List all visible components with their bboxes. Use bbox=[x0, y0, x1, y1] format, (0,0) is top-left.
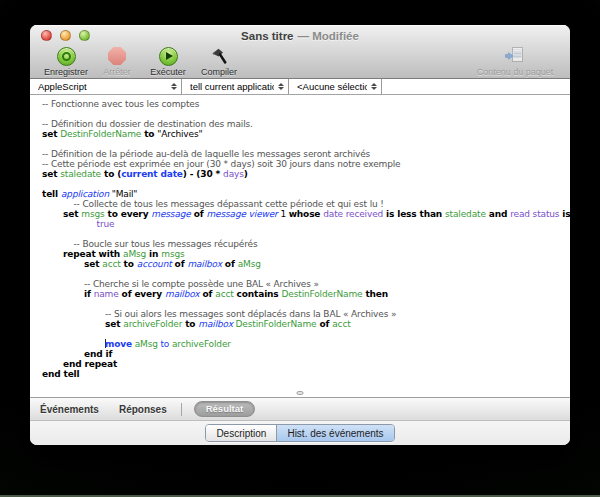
code-line: end tell bbox=[42, 369, 570, 379]
segment-description[interactable]: Description bbox=[206, 425, 277, 441]
titlebar[interactable]: Sans titre— Modifiée bbox=[30, 25, 570, 46]
code-token: current date bbox=[121, 169, 183, 179]
code-token: to bbox=[121, 259, 137, 269]
popup-stepper-icon bbox=[171, 83, 177, 90]
popup-stepper-icon bbox=[371, 83, 377, 90]
popup-stepper-icon bbox=[278, 83, 284, 90]
run-button-label: Exécuter bbox=[150, 67, 186, 77]
code-token: end repeat bbox=[63, 359, 117, 369]
record-icon bbox=[57, 46, 76, 66]
code-line bbox=[42, 179, 570, 189]
code-token: of bbox=[191, 209, 207, 219]
code-line: -- Si oui alors les messages sont déplac… bbox=[42, 309, 570, 319]
selection-popup[interactable]: <Aucune sélection> bbox=[289, 79, 382, 94]
code-token: is bbox=[559, 209, 570, 219]
code-token: mailbox bbox=[198, 319, 233, 329]
code-line bbox=[42, 269, 570, 279]
minimize-button[interactable] bbox=[60, 30, 71, 41]
zoom-button[interactable] bbox=[79, 30, 90, 41]
code-editor[interactable]: -- Fonctionne avec tous les comptes -- D… bbox=[30, 95, 570, 397]
code-token: aMsg bbox=[135, 339, 158, 349]
code-token: -- Définition de la période au-delà de l… bbox=[42, 149, 370, 159]
tab-replies[interactable]: Réponses bbox=[119, 404, 167, 415]
code-token: DestinFolderName bbox=[282, 289, 363, 299]
code-line: -- Définition du dossier de destination … bbox=[42, 119, 570, 129]
toolbar: Enregistrer Arrêter Exécuter Compiler bbox=[30, 46, 570, 78]
code-token: -- Si oui alors les messages sont déplac… bbox=[105, 309, 396, 319]
code-token: -- Cette période est exprimée en jour (3… bbox=[42, 159, 400, 169]
code-token: account bbox=[137, 259, 172, 269]
tab-events[interactable]: Événements bbox=[40, 404, 99, 415]
target-popup-value: tell current application bbox=[190, 81, 274, 92]
code-line: end repeat bbox=[42, 359, 570, 369]
result-tab-bar: Événements Réponses Résultat bbox=[30, 397, 570, 421]
code-line: tell application "Mail" bbox=[42, 189, 570, 199]
code-line: -- Fonctionne avec tous les comptes bbox=[42, 99, 570, 109]
code-token: of bbox=[172, 259, 188, 269]
code-token: contains bbox=[234, 289, 282, 299]
stop-button[interactable]: Arrêter bbox=[95, 46, 139, 77]
code-token: of every bbox=[119, 289, 165, 299]
modified-indicator: — Modifiée bbox=[298, 30, 359, 42]
code-token bbox=[42, 329, 45, 339]
code-token: DestinFolderName bbox=[236, 319, 317, 329]
run-button[interactable]: Exécuter bbox=[146, 46, 190, 77]
code-token: "Mail" bbox=[112, 189, 138, 199]
segment-event-log[interactable]: Hist. des événements bbox=[277, 425, 393, 441]
code-token: true bbox=[97, 219, 115, 229]
code-token: end if bbox=[84, 349, 112, 359]
code-token: set bbox=[42, 129, 60, 139]
code-token: -- Fonctionne avec tous les comptes bbox=[42, 99, 199, 109]
code-line bbox=[42, 109, 570, 119]
window-title: Sans titre— Modifiée bbox=[30, 30, 570, 42]
code-line: repeat with aMsg in msgs bbox=[42, 249, 570, 259]
code-line: true bbox=[42, 219, 570, 229]
code-token bbox=[42, 139, 45, 149]
tab-result-selected[interactable]: Résultat bbox=[194, 401, 255, 417]
code-token: if bbox=[84, 289, 94, 299]
code-token: and bbox=[486, 209, 510, 219]
code-line: set msgs to every message of message vie… bbox=[42, 209, 570, 219]
code-token: of bbox=[316, 319, 332, 329]
code-token: DestinFolderName bbox=[60, 129, 141, 139]
hammer-icon bbox=[210, 46, 229, 66]
bottom-bar: Description Hist. des événements bbox=[30, 421, 570, 445]
record-button-label: Enregistrer bbox=[44, 67, 88, 77]
document-title: Sans titre bbox=[241, 30, 293, 42]
code-token: -- Collecte de tous les messages dépassa… bbox=[74, 199, 384, 209]
code-token: acct bbox=[332, 319, 350, 329]
code-token bbox=[42, 229, 45, 239]
code-token: mailbox bbox=[187, 259, 222, 269]
target-popup[interactable]: tell current application bbox=[182, 79, 289, 94]
code-token: set bbox=[105, 319, 123, 329]
code-token: of bbox=[200, 289, 216, 299]
code-token: aMsg bbox=[123, 249, 146, 259]
code-line bbox=[42, 299, 570, 309]
code-line bbox=[42, 329, 570, 339]
tab-divider bbox=[181, 403, 182, 416]
code-token: repeat with bbox=[63, 249, 123, 259]
code-line: -- Collecte de tous les messages dépassa… bbox=[42, 199, 570, 209]
code-token: to ( bbox=[101, 169, 121, 179]
compile-button[interactable]: Compiler bbox=[197, 46, 241, 77]
stop-icon bbox=[108, 46, 126, 66]
code-token: set bbox=[42, 169, 60, 179]
code-token: 1 bbox=[278, 209, 289, 219]
bundle-contents-button[interactable]: Contenu du paquet bbox=[470, 46, 560, 77]
code-line: if name of every mailbox of acct contain… bbox=[42, 289, 570, 299]
code-token: -- Définition du dossier de destination … bbox=[42, 119, 253, 129]
record-button[interactable]: Enregistrer bbox=[44, 46, 88, 77]
code-token: days bbox=[223, 169, 244, 179]
code-token bbox=[42, 179, 45, 189]
code-token: archiveFolder bbox=[123, 319, 182, 329]
code-line: set staledate to (current date) - (30 * … bbox=[42, 169, 570, 179]
close-button[interactable] bbox=[41, 30, 52, 41]
code-token: ) bbox=[244, 169, 248, 179]
code-line: set DestinFolderName to "Archives" bbox=[42, 129, 570, 139]
language-popup[interactable]: AppleScript bbox=[30, 79, 182, 94]
code-line: end if bbox=[42, 349, 570, 359]
splitter-handle[interactable] bbox=[297, 391, 304, 395]
code-line: set archiveFolder to mailbox DestinFolde… bbox=[42, 319, 570, 329]
code-line: -- Boucle sur tous les messages récupéré… bbox=[42, 239, 570, 249]
code-token: aMsg bbox=[238, 259, 261, 269]
